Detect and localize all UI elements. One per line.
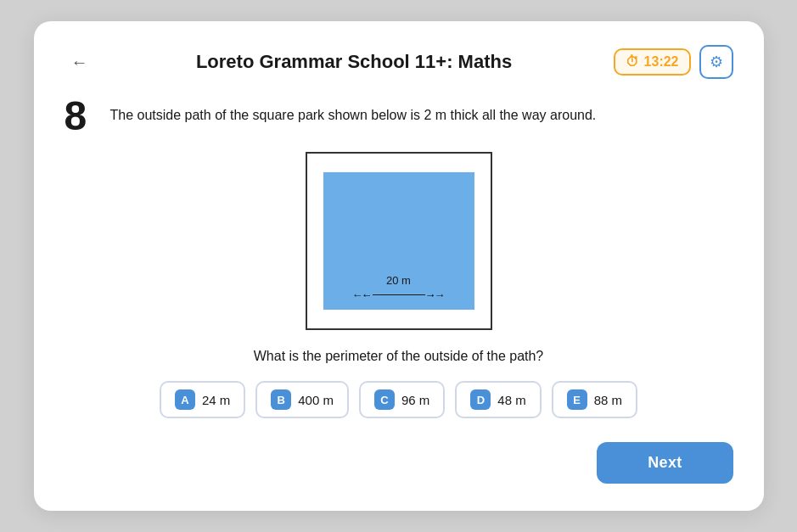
footer: Next: [65, 442, 733, 484]
option-d-value: 48 m: [497, 393, 525, 407]
dimension-label: 20 m ← →: [352, 274, 446, 301]
settings-button[interactable]: ⚙: [699, 45, 733, 79]
option-b-value: 400 m: [298, 393, 334, 407]
header-controls: ⏱ 13:22 ⚙: [614, 45, 733, 79]
option-c-letter: C: [374, 389, 395, 410]
back-button[interactable]: ←: [65, 49, 95, 76]
question-row: 8 The outside path of the square park sh…: [65, 96, 733, 137]
quiz-card: ← Loreto Grammar School 11+: Maths ⏱ 13:…: [34, 21, 764, 511]
option-a[interactable]: A 24 m: [160, 381, 245, 418]
options-row: A 24 m B 400 m C 96 m D 48 m E 88 m: [65, 381, 733, 418]
option-a-value: 24 m: [202, 393, 230, 407]
arrow-right-icon: →: [425, 288, 446, 301]
diagram-inner-square: 20 m ← →: [323, 172, 474, 310]
sub-question-text: What is the perimeter of the outside of …: [65, 349, 733, 364]
arrow-left-icon: ←: [352, 288, 373, 301]
timer-badge: ⏱ 13:22: [614, 48, 691, 76]
option-c[interactable]: C 96 m: [359, 381, 445, 418]
option-e-letter: E: [567, 389, 587, 410]
diagram-wrapper: 20 m ← →: [65, 152, 733, 330]
option-e[interactable]: E 88 m: [552, 381, 637, 418]
option-e-value: 88 m: [594, 393, 622, 407]
option-d-letter: D: [470, 389, 491, 410]
header: ← Loreto Grammar School 11+: Maths ⏱ 13:…: [65, 45, 733, 79]
next-button[interactable]: Next: [597, 442, 732, 484]
option-b-letter: B: [271, 389, 291, 410]
arrow-line: [373, 294, 425, 296]
option-b[interactable]: B 400 m: [255, 381, 349, 418]
dimension-text: 20 m: [386, 274, 411, 287]
question-number: 8: [65, 96, 98, 137]
gear-icon: ⚙: [710, 53, 723, 71]
page-title: Loreto Grammar School 11+: Maths: [95, 51, 614, 73]
question-text: The outside path of the square park show…: [110, 96, 597, 126]
timer-icon: ⏱: [626, 54, 639, 70]
back-icon: ←: [71, 53, 88, 72]
option-c-value: 96 m: [401, 393, 429, 407]
option-a-letter: A: [175, 389, 195, 410]
timer-value: 13:22: [644, 54, 679, 70]
dimension-arrow: ← →: [352, 288, 446, 301]
diagram-outer-square: 20 m ← →: [306, 152, 492, 330]
option-d[interactable]: D 48 m: [455, 381, 541, 418]
